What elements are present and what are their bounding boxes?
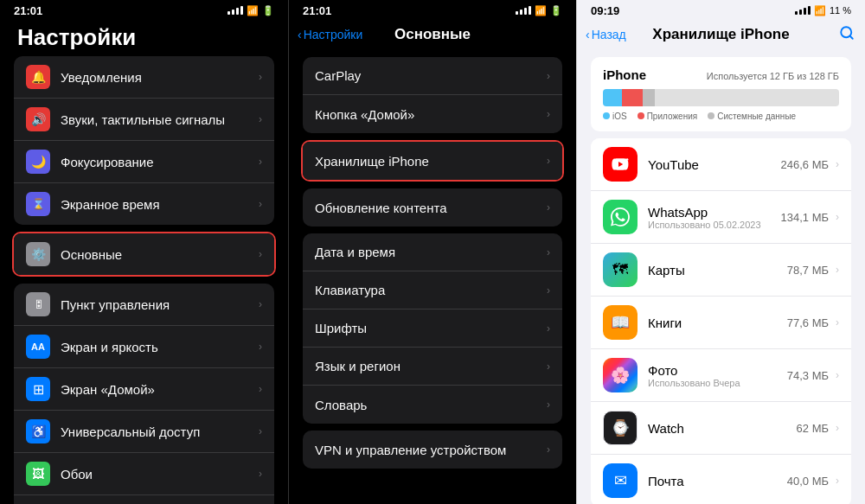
watch-info: Watch <box>648 421 797 436</box>
app-item-youtube[interactable]: YouTube 246,6 МБ › <box>591 138 851 191</box>
chevron-icon: › <box>259 198 262 210</box>
focus-icon: 🌙 <box>26 150 50 174</box>
language-label: Язык и регион <box>315 359 543 373</box>
list-item-storage[interactable]: Хранилище iPhone › <box>303 142 562 180</box>
list-item-fonts[interactable]: Шрифты › <box>303 309 562 348</box>
chevron-icon: › <box>836 158 839 170</box>
books-info: Книги <box>648 316 787 330</box>
legend-ios: iOS <box>603 112 627 121</box>
accessibility-label: Универсальный доступ <box>61 424 255 439</box>
chevron-icon: › <box>836 211 839 223</box>
storage-group-inner: Хранилище iPhone › <box>303 142 562 180</box>
list-item-homescreen[interactable]: ⊞ Экран «Домой» › <box>14 368 274 411</box>
list-item-contentupdate[interactable]: Обновление контента › <box>303 188 562 226</box>
panel-general: 21:01 📶 🔋 ‹ Настройки Основные CarPlay › <box>288 0 576 504</box>
list-item-vpn[interactable]: VPN и управление устройством › <box>303 431 562 469</box>
list-item-sounds[interactable]: 🔊 Звуки, тактильные сигналы › <box>14 99 274 141</box>
storage-usage-text: Используется 12 ГБ из 128 ГБ <box>707 71 839 81</box>
watch-size: 62 МБ <box>797 422 829 435</box>
wifi-icon-p3: 📶 <box>814 5 826 16</box>
mail-size: 40,0 МБ <box>787 475 829 488</box>
photos-size: 74,3 МБ <box>787 369 829 382</box>
watch-icon: ⌚ <box>603 411 638 445</box>
app-item-books[interactable]: 📖 Книги 77,6 МБ › <box>591 297 851 349</box>
general-icon: ⚙️ <box>26 242 50 266</box>
list-item-keyboard[interactable]: Клавиатура › <box>303 271 562 309</box>
status-icons-p1: 📶 🔋 <box>227 5 274 16</box>
app-item-mail[interactable]: ✉ Почта 40,0 МБ › <box>591 455 851 504</box>
youtube-name: YouTube <box>648 157 780 172</box>
list-item-wallpaper[interactable]: 🖼 Обои › <box>14 453 274 495</box>
list-item-datetime[interactable]: Дата и время › <box>303 233 562 271</box>
chevron-icon: › <box>259 71 262 83</box>
chevron-back-icon-p2: ‹ <box>298 28 302 41</box>
maps-info: Карты <box>648 263 787 278</box>
list-item-carplay[interactable]: CarPlay › <box>303 57 562 95</box>
nav-header-general: ‹ Настройки Основные <box>289 21 576 50</box>
status-bar-p3: 09:19 📶 11 % <box>577 0 865 21</box>
general-group-2: Обновление контента › <box>303 188 562 226</box>
status-bar-p2: 21:01 📶 🔋 <box>289 0 576 21</box>
chevron-icon: › <box>547 322 550 335</box>
app-item-photos[interactable]: 🌸 Фото Использовано Вчера 74,3 МБ › <box>591 349 851 402</box>
chevron-back-icon-p3: ‹ <box>586 28 590 41</box>
photos-sub: Использовано Вчера <box>648 378 787 388</box>
chevron-icon: › <box>259 425 262 437</box>
device-name: iPhone <box>603 67 646 82</box>
list-item-dictionary[interactable]: Словарь › <box>303 386 562 424</box>
chevron-icon: › <box>836 422 839 434</box>
notifications-icon: 🔔 <box>26 65 50 89</box>
dictionary-label: Словарь <box>315 398 543 412</box>
photos-icon: 🌸 <box>603 358 638 392</box>
accessibility-icon: ♿ <box>26 419 50 443</box>
apps-segment <box>622 89 644 106</box>
nav-title-general: Основные <box>394 26 471 43</box>
list-item-general[interactable]: ⚙️ Основные › <box>14 233 274 275</box>
list-item-control[interactable]: 🎛 Пункт управления › <box>14 284 274 326</box>
fonts-label: Шрифты <box>315 321 543 335</box>
list-item-screentime[interactable]: ⌛ Экранное время › <box>14 183 274 225</box>
general-group-inner: ⚙️ Основные › <box>14 233 274 275</box>
list-item-notifications[interactable]: 🔔 Уведомления › <box>14 56 274 99</box>
back-button-p2[interactable]: ‹ Настройки <box>298 28 362 41</box>
datetime-label: Дата и время <box>315 245 543 259</box>
chevron-icon: › <box>259 113 262 125</box>
list-item-accessibility[interactable]: ♿ Универсальный доступ › <box>14 411 274 453</box>
app-item-whatsapp[interactable]: WhatsApp Использовано 05.02.2023 134,1 М… <box>591 191 851 244</box>
general-group-1: CarPlay › Кнопка «Домой» › <box>303 57 562 133</box>
storage-label: Хранилище iPhone <box>315 154 543 169</box>
whatsapp-name: WhatsApp <box>648 205 780 220</box>
display-icon: AA <box>26 335 50 359</box>
storage-scroll: iPhone Используется 12 ГБ из 128 ГБ iOS … <box>577 50 865 504</box>
status-bar-p1: 21:01 📶 🔋 <box>0 0 288 21</box>
settings-group-2: 🎛 Пункт управления › AA Экран и яркость … <box>14 284 274 504</box>
list-item-display[interactable]: AA Экран и яркость › <box>14 326 274 368</box>
list-item-siri[interactable]: ◎ Siri и Поиск › <box>14 495 274 504</box>
list-item-language[interactable]: Язык и регион › <box>303 348 562 386</box>
app-item-maps[interactable]: 🗺 Карты 78,7 МБ › <box>591 244 851 297</box>
chevron-icon: › <box>836 369 839 381</box>
chevron-icon: › <box>259 341 262 353</box>
control-label: Пункт управления <box>61 297 255 312</box>
app-item-watch[interactable]: ⌚ Watch 62 МБ › <box>591 402 851 455</box>
homescreen-icon: ⊞ <box>26 377 50 401</box>
list-item-homebutton[interactable]: Кнопка «Домой» › <box>303 95 562 133</box>
battery-p3: 11 % <box>830 5 851 16</box>
maps-name: Карты <box>648 263 787 278</box>
sounds-label: Звуки, тактильные сигналы <box>61 112 255 127</box>
back-button-p3[interactable]: ‹ Назад <box>586 28 626 41</box>
general-label: Основные <box>61 247 255 262</box>
search-button-p3[interactable] <box>839 25 855 45</box>
status-time-p2: 21:01 <box>303 4 331 17</box>
chevron-icon: › <box>547 246 550 258</box>
whatsapp-size: 134,1 МБ <box>780 211 829 224</box>
free-segment <box>655 89 839 106</box>
chevron-icon: › <box>836 475 839 487</box>
list-item-focus[interactable]: 🌙 Фокусирование › <box>14 141 274 183</box>
chevron-icon: › <box>547 284 550 297</box>
legend-apps: Приложения <box>638 112 698 121</box>
chevron-icon: › <box>259 248 262 260</box>
storage-legend: iOS Приложения Системные данные <box>603 112 839 121</box>
chevron-icon: › <box>547 360 550 373</box>
control-icon: 🎛 <box>26 292 50 316</box>
